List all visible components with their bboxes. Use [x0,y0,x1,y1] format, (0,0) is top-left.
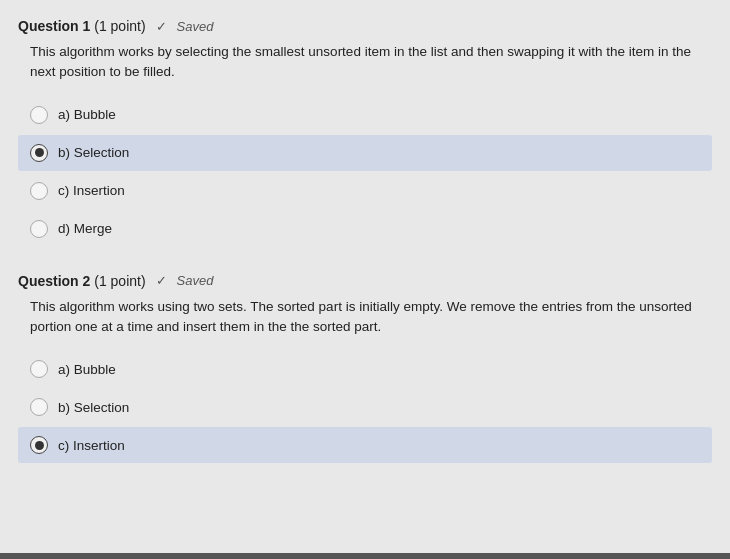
question-2-header: Question 2 (1 point) ✓ Saved [18,273,712,289]
q2-option-c-label: c) Insertion [58,438,125,453]
q2-option-a-label: a) Bubble [58,362,116,377]
q2-radio-c-fill [35,441,44,450]
q1-radio-d[interactable] [30,220,48,238]
q1-option-b[interactable]: b) Selection [18,135,712,171]
q1-option-d[interactable]: d) Merge [18,211,712,247]
q1-option-d-label: d) Merge [58,221,112,236]
q1-radio-a[interactable] [30,106,48,124]
page-container: Question 1 (1 point) ✓ Saved This algori… [0,0,730,559]
q1-option-c[interactable]: c) Insertion [18,173,712,209]
question-2-text: This algorithm works using two sets. The… [18,297,712,338]
question-1-block: Question 1 (1 point) ✓ Saved This algori… [0,18,730,247]
question-1-header: Question 1 (1 point) ✓ Saved [18,18,712,34]
question-1-text: This algorithm works by selecting the sm… [18,42,712,83]
q1-radio-b[interactable] [30,144,48,162]
question-2-title: Question 2 (1 point) [18,273,146,289]
q1-option-c-label: c) Insertion [58,183,125,198]
q1-option-a[interactable]: a) Bubble [18,97,712,133]
q2-option-c[interactable]: c) Insertion [18,427,712,463]
q2-radio-a[interactable] [30,360,48,378]
q2-radio-b[interactable] [30,398,48,416]
bottom-bar [0,553,730,559]
question-2-block: Question 2 (1 point) ✓ Saved This algori… [0,273,730,464]
q2-check-icon: ✓ [156,273,167,288]
q2-title-text: Question 2 [18,273,90,289]
q2-radio-c[interactable] [30,436,48,454]
q1-option-b-label: b) Selection [58,145,129,160]
question-1-title: Question 1 (1 point) [18,18,146,34]
question-2-options: a) Bubble b) Selection c) Insertion [18,351,712,463]
q1-points: (1 point) [94,18,145,34]
q2-option-b[interactable]: b) Selection [18,389,712,425]
q1-saved-label: Saved [177,19,214,34]
q1-title-text: Question 1 [18,18,90,34]
q2-option-b-label: b) Selection [58,400,129,415]
q1-check-icon: ✓ [156,19,167,34]
q2-option-a[interactable]: a) Bubble [18,351,712,387]
q1-radio-b-fill [35,148,44,157]
q2-saved-label: Saved [177,273,214,288]
q1-option-a-label: a) Bubble [58,107,116,122]
q2-points: (1 point) [94,273,145,289]
question-1-options: a) Bubble b) Selection c) Insertion d) M… [18,97,712,247]
divider-1 [0,257,730,273]
q1-radio-c[interactable] [30,182,48,200]
